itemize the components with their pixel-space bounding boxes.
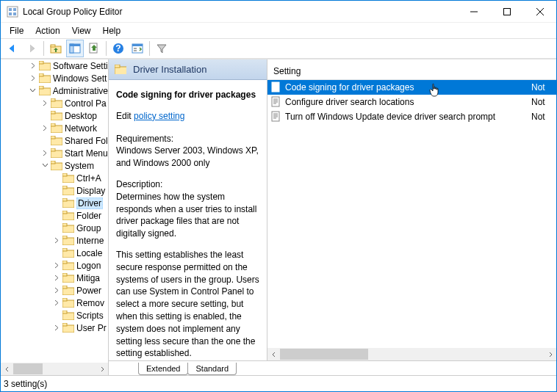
expander-icon[interactable] [29,74,37,83]
menu-view[interactable]: View [66,24,97,37]
window-title: Local Group Policy Editor [23,7,457,17]
svg-rect-40 [62,173,67,176]
expander-icon[interactable] [40,99,49,108]
up-button[interactable] [47,40,65,57]
expander-spacer [52,311,61,320]
tree-item[interactable]: Start Menu [1,147,108,159]
list-row[interactable]: Code signing for driver packagesNot [267,80,556,95]
column-setting[interactable]: Setting [273,66,301,76]
list-column-header[interactable]: Setting [267,59,556,80]
tree-item[interactable]: Windows Sett [1,72,108,84]
expander-icon[interactable] [52,236,61,245]
tree-item-label: Network [65,123,97,134]
svg-rect-13 [70,44,80,46]
filter-button[interactable] [153,40,170,57]
forward-button[interactable] [23,40,40,57]
tree-item[interactable]: Locale [1,247,108,259]
svg-rect-44 [62,198,67,201]
maximize-button[interactable] [490,1,523,22]
tree-item[interactable]: Power [1,284,108,297]
tree-item-label: Locale [76,248,102,258]
svg-rect-46 [62,211,67,214]
tree-item[interactable]: Mitiga [1,272,108,284]
tree-item-label: Folder [76,211,101,221]
scroll-thumb[interactable] [13,363,43,374]
properties-button[interactable] [129,40,146,57]
tree-item[interactable]: User Pr [1,322,108,334]
tree-item-label: Shared Fol [65,136,108,146]
expander-icon[interactable] [52,261,61,270]
expander-icon[interactable] [52,286,61,295]
expander-spacer [40,137,49,145]
svg-rect-58 [62,286,67,288]
tree-hscrollbar[interactable] [1,363,108,375]
tree-item[interactable]: Administrative [1,84,108,97]
tree-item[interactable]: Folder [1,209,108,222]
svg-rect-24 [39,73,43,76]
expander-icon[interactable] [40,124,49,133]
folder-icon [115,65,126,74]
row-label: Code signing for driver packages [285,82,528,92]
tree-item[interactable]: Logon [1,259,108,272]
tree-item[interactable]: Network [1,122,108,134]
tree-item-label: Scripts [76,311,104,321]
close-button[interactable] [523,1,556,22]
tree-item[interactable]: Interne [1,234,108,247]
tree-item-label: Ctrl+A [76,173,101,184]
expander-icon[interactable] [52,274,61,283]
tree-item[interactable]: Desktop [1,109,108,122]
expander-icon[interactable] [40,161,49,170]
tree-item[interactable]: Software Setti [1,59,108,72]
tree-item-label: User Pr [76,323,107,333]
tree-item[interactable]: Shared Fol [1,134,108,147]
expander-spacer [52,249,61,258]
list-row[interactable]: Configure driver search locationsNot [267,95,556,109]
tab-extended[interactable]: Extended [138,363,188,375]
export-button[interactable] [85,40,103,57]
tree-item[interactable]: Ctrl+A [1,172,108,184]
tree-item[interactable]: Control Pa [1,97,108,109]
tree-item[interactable]: Scripts [1,309,108,322]
svg-rect-30 [51,111,55,114]
help-button[interactable]: ? [109,40,127,57]
expander-icon[interactable] [40,149,49,158]
list-hscrollbar[interactable] [267,348,556,360]
detail-header: Driver Installation [109,59,267,80]
description-label: Description: [116,179,162,189]
tab-standard[interactable]: Standard [187,363,237,375]
window: Local Group Policy Editor File Action Vi… [0,0,557,392]
statusbar: 3 setting(s) [1,375,556,391]
svg-rect-52 [62,248,67,251]
show-hide-tree-button[interactable] [66,40,84,57]
scroll-left-button[interactable] [267,348,280,360]
menubar: File Action View Help [1,23,556,38]
scroll-left-button[interactable] [1,363,13,375]
scroll-right-button[interactable] [544,348,556,360]
list-row[interactable]: Turn off Windows Update device driver se… [267,109,556,124]
svg-rect-10 [51,45,55,47]
minimize-button[interactable] [457,1,490,22]
back-button[interactable] [4,40,21,57]
policy-setting-link[interactable]: policy setting [134,111,184,121]
expander-icon[interactable] [52,299,61,308]
expander-icon[interactable] [52,324,61,333]
svg-rect-48 [62,223,67,226]
tree-item[interactable]: Display [1,184,108,197]
titlebar[interactable]: Local Group Policy Editor [1,1,556,23]
menu-action[interactable]: Action [29,24,65,37]
tree-item[interactable]: Remov [1,297,108,309]
menu-help[interactable]: Help [97,24,127,37]
svg-rect-50 [62,236,67,239]
expander-spacer [40,112,49,120]
scroll-right-button[interactable] [96,363,108,375]
tree-item-label: Desktop [65,111,97,121]
menu-file[interactable]: File [4,24,29,37]
tree-item[interactable]: System [1,159,108,172]
expander-icon[interactable] [29,62,37,70]
svg-rect-4 [13,12,16,15]
requirements-label: Requirements: [116,134,173,144]
tree-item[interactable]: Group [1,222,108,234]
expander-icon[interactable] [29,87,37,95]
scroll-thumb[interactable] [280,349,368,360]
tree-item[interactable]: Driver [1,197,108,209]
